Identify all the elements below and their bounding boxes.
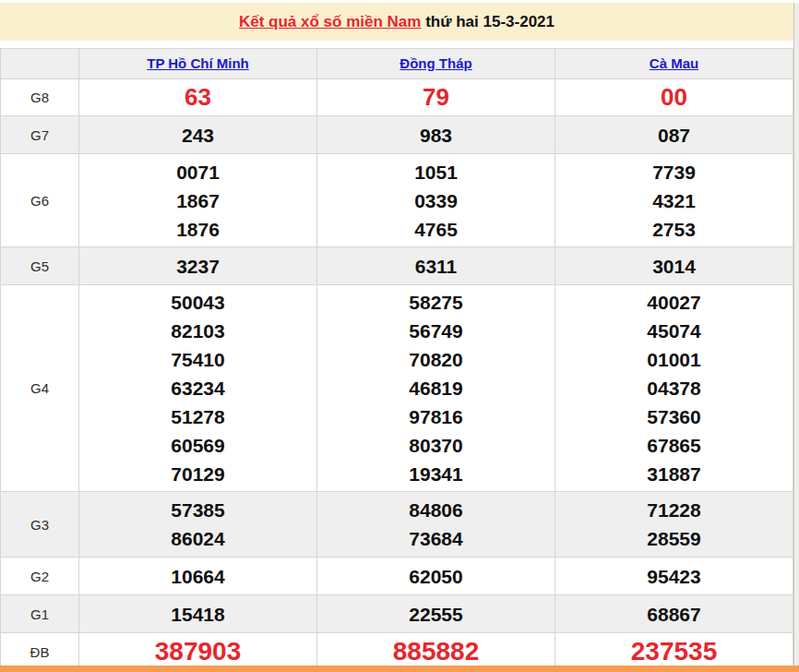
result-value: 63234 [79, 374, 316, 402]
result-value: 15418 [79, 600, 316, 629]
prize-label: G7 [1, 116, 79, 154]
result-value: 84806 [317, 496, 555, 524]
prize-label: G4 [1, 285, 79, 492]
prize-row-g4: G4 50043 82103 75410 63234 51278 60569 7… [1, 285, 793, 492]
result-value: 51278 [79, 402, 316, 431]
prize-row-g5: G5 3237 6311 3014 [1, 247, 793, 285]
result-value: 087 [555, 121, 793, 150]
result-cell: 22555 [317, 595, 555, 633]
result-value: 82103 [79, 317, 316, 345]
result-cell: 57385 86024 [79, 492, 317, 558]
result-value: 67865 [555, 431, 793, 460]
result-cell: 58275 56749 70820 46819 97816 80370 1934… [317, 285, 555, 492]
result-value: 4321 [555, 186, 793, 215]
result-cell: 00 [555, 79, 793, 116]
result-value: 885882 [317, 636, 555, 667]
result-value: 1867 [79, 186, 316, 215]
right-edge-strip [793, 3, 799, 666]
result-cell: 95423 [555, 558, 793, 595]
result-value: 22555 [317, 600, 555, 629]
prize-label: G1 [1, 595, 79, 633]
result-value: 2753 [555, 215, 793, 244]
result-value: 1876 [79, 215, 316, 244]
prize-label: G2 [1, 558, 79, 595]
result-value: 983 [317, 121, 555, 150]
page: Kết quả xổ số miền Nam thứ hai 15-3-2021… [0, 3, 799, 672]
result-value: 75410 [79, 345, 316, 374]
result-cell: 71228 28559 [555, 492, 793, 558]
result-cell: 84806 73684 [317, 492, 555, 558]
result-value: 00 [555, 82, 793, 113]
prize-row-g6: G6 0071 1867 1876 1051 0339 4765 7739 43… [1, 154, 793, 247]
result-cell: 68867 [555, 595, 793, 633]
result-value: 80370 [317, 431, 555, 460]
prize-row-g1: G1 15418 22555 68867 [1, 595, 793, 633]
result-value: 60569 [79, 431, 316, 460]
result-value: 243 [79, 121, 316, 150]
result-value: 57360 [555, 402, 793, 431]
result-value: 50043 [79, 288, 316, 317]
result-value: 45074 [555, 317, 793, 345]
result-cell: 3237 [79, 247, 317, 285]
result-value: 95423 [555, 562, 793, 591]
result-value: 19341 [317, 460, 555, 488]
result-value: 3014 [555, 252, 793, 281]
result-value: 31887 [555, 460, 793, 488]
result-value: 1051 [317, 158, 555, 186]
prize-row-g2: G2 10664 62050 95423 [1, 558, 793, 595]
result-cell: 087 [555, 116, 793, 154]
result-value: 73684 [317, 524, 555, 553]
result-value: 71228 [555, 496, 793, 524]
result-cell: 6311 [317, 247, 555, 285]
result-value: 68867 [555, 600, 793, 629]
header-empty-cell [1, 49, 79, 79]
column-link-camau[interactable]: Cà Mau [650, 55, 698, 71]
result-value: 4765 [317, 215, 555, 244]
result-value: 7739 [555, 158, 793, 186]
result-cell: 40027 45074 01001 04378 57360 67865 3188… [555, 285, 793, 492]
result-cell: 63 [79, 79, 317, 116]
result-value: 70129 [79, 460, 316, 488]
results-table: TP Hồ Chí Minh Đồng Tháp Cà Mau G8 63 79… [0, 48, 793, 671]
result-value: 0339 [317, 186, 555, 215]
prize-label: G8 [1, 79, 79, 116]
result-value: 387903 [79, 636, 316, 667]
result-cell: 7739 4321 2753 [555, 154, 793, 247]
result-value: 237535 [555, 636, 793, 667]
column-link-dongthap[interactable]: Đồng Tháp [400, 55, 471, 71]
result-value: 40027 [555, 288, 793, 317]
result-cell: 79 [317, 79, 555, 116]
result-cell: 3014 [555, 247, 793, 285]
result-value: 10664 [79, 562, 316, 591]
result-value: 62050 [317, 562, 555, 591]
result-value: 01001 [555, 345, 793, 374]
result-cell: 10664 [79, 558, 317, 595]
result-value: 97816 [317, 402, 555, 431]
result-value: 79 [317, 82, 555, 113]
prize-row-g8: G8 63 79 00 [1, 79, 793, 116]
prize-label: G6 [1, 154, 79, 247]
result-value: 0071 [79, 158, 316, 186]
result-value: 6311 [317, 252, 555, 281]
result-value: 70820 [317, 345, 555, 374]
prize-row-g7: G7 243 983 087 [1, 116, 793, 154]
page-title-date: thứ hai 15-3-2021 [421, 13, 555, 31]
result-value: 63 [79, 82, 316, 113]
result-cell: 15418 [79, 595, 317, 633]
result-cell: 0071 1867 1876 [79, 154, 317, 247]
result-value: 86024 [79, 524, 316, 553]
result-value: 57385 [79, 496, 316, 524]
result-value: 3237 [79, 252, 316, 281]
result-cell: 1051 0339 4765 [317, 154, 555, 247]
column-link-tphcm[interactable]: TP Hồ Chí Minh [147, 55, 249, 71]
title-link[interactable]: Kết quả xổ số miền Nam [239, 13, 421, 31]
prize-row-g3: G3 57385 86024 84806 73684 71228 28559 [1, 492, 793, 558]
title-bar: Kết quả xổ số miền Nam thứ hai 15-3-2021 [0, 3, 793, 41]
result-value: 28559 [555, 524, 793, 553]
result-cell: 50043 82103 75410 63234 51278 60569 7012… [79, 285, 317, 492]
result-value: 58275 [317, 288, 555, 317]
result-value: 46819 [317, 374, 555, 402]
result-cell: 243 [79, 116, 317, 154]
result-value: 56749 [317, 317, 555, 345]
prize-label: G5 [1, 247, 79, 285]
